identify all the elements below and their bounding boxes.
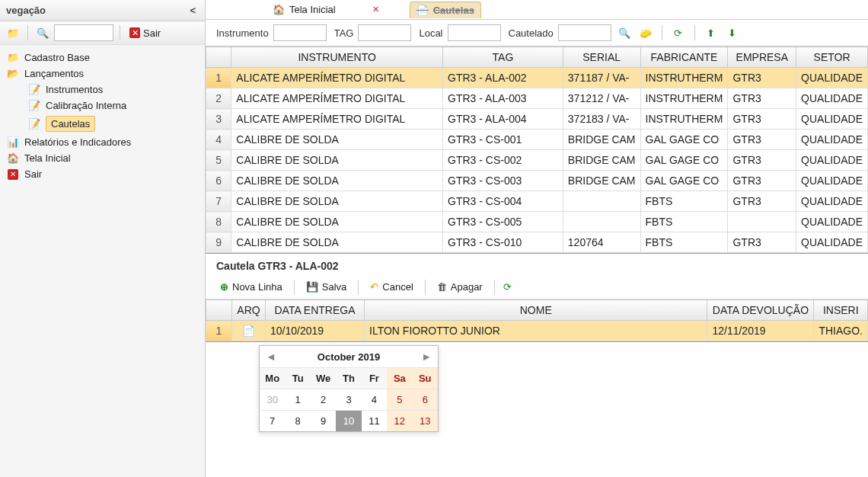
calendar-day[interactable]: 11 xyxy=(362,410,387,431)
chart-icon: 📊 xyxy=(6,136,20,148)
calendar-day[interactable]: 9 xyxy=(311,410,336,431)
col-serial[interactable]: SERIAL xyxy=(563,47,640,68)
sidebar-item-cadastro-base[interactable]: 📁 Cadastro Base xyxy=(3,50,202,66)
document-edit-icon: 📝 xyxy=(27,118,41,130)
data-devolucao-cell[interactable]: 12/11/2019 xyxy=(707,321,814,341)
detail-row[interactable]: 1 📄 10/10/2019 ILTON FIOROTTO JUNIOR 12/… xyxy=(206,321,868,341)
prev-month-button[interactable]: ◄ xyxy=(266,351,276,363)
table-row[interactable]: 7CALIBRE DE SOLDAGTR3 - CS-004FBTSGTR3QU… xyxy=(206,191,868,212)
filter-tag-label: TAG xyxy=(334,27,354,39)
calendar-day[interactable]: 2 xyxy=(311,389,336,410)
sair-button[interactable]: ✕ Sair xyxy=(126,26,164,40)
col-empresa[interactable]: EMPRESA xyxy=(728,47,796,68)
calendar-day[interactable]: 6 xyxy=(413,389,438,410)
col-data-devolucao[interactable]: DATA DEVOLUÇÃO xyxy=(707,300,814,321)
col-inseri[interactable]: INSERI xyxy=(814,300,868,321)
salva-button[interactable]: 💾Salva xyxy=(299,278,354,296)
table-row[interactable]: 1ALICATE AMPERÍMETRO DIGITALGTR3 - ALA-0… xyxy=(206,68,868,88)
calendar-dow: Fr xyxy=(362,367,387,389)
table-row[interactable]: 3ALICATE AMPERÍMETRO DIGITALGTR3 - ALA-0… xyxy=(206,109,868,130)
search-button[interactable]: 🔍 xyxy=(616,24,633,41)
folder-open-icon: 📂 xyxy=(6,68,20,79)
refresh-detail-button[interactable]: ⟳ xyxy=(499,279,516,296)
tab-tela-inicial[interactable]: 🏠 Tela Inicial xyxy=(266,2,342,18)
collapse-sidebar-button[interactable]: < xyxy=(187,5,199,16)
table-row[interactable]: 5CALIBRE DE SOLDAGTR3 - CS-002BRIDGE CAM… xyxy=(206,150,868,171)
calendar-day[interactable]: 8 xyxy=(285,410,310,431)
calendar-dow: Mo xyxy=(260,367,285,389)
calendar-dow: Sa xyxy=(387,367,412,389)
next-month-button[interactable]: ► xyxy=(421,351,432,363)
sidebar-title: vegação xyxy=(6,5,187,16)
refresh-button[interactable]: ⟳ xyxy=(670,24,687,41)
undo-icon: ↶ xyxy=(370,281,378,293)
filter-cautelado-input[interactable] xyxy=(558,24,611,41)
move-down-button[interactable]: ⬇ xyxy=(724,24,741,41)
col-data-entrega[interactable]: DATA ENTREGA xyxy=(266,300,365,321)
filter-instrumento-label: Instrumento xyxy=(216,27,269,39)
table-row[interactable]: 8CALIBRE DE SOLDAGTR3 - CS-005FBTSQUALID… xyxy=(206,212,868,232)
calendar-day[interactable]: 10 xyxy=(336,410,361,431)
calendar-dow: Th xyxy=(336,367,361,389)
col-instrumento[interactable]: INSTRUMENTO xyxy=(231,47,443,68)
nova-linha-button[interactable]: ⊕Nova Linha xyxy=(213,278,289,296)
nome-cell[interactable]: ILTON FIOROTTO JUNIOR xyxy=(365,321,707,341)
calendar-dow: Su xyxy=(413,367,438,389)
calendar-dow: We xyxy=(311,367,336,389)
col-nome[interactable]: NOME xyxy=(365,300,707,321)
folder-icon: 📁 xyxy=(6,52,20,63)
data-entrega-cell[interactable]: 10/10/2019 xyxy=(266,321,365,341)
calendar-title: October 2019 xyxy=(318,351,380,363)
col-arq[interactable]: ARQ xyxy=(232,300,266,321)
sidebar-search-input[interactable] xyxy=(54,24,113,41)
detail-title: Cautela GTR3 - ALA-002 xyxy=(206,254,868,275)
tab-cautelas[interactable]: 📄 Cautelas xyxy=(410,2,481,18)
date-picker: ◄ October 2019 ► MoTuWeThFrSaSu301234567… xyxy=(259,345,439,432)
calendar-day[interactable]: 12 xyxy=(387,410,412,431)
close-icon: ✕ xyxy=(6,169,20,180)
instruments-table: INSTRUMENTO TAG SERIAL FABRICANTE EMPRES… xyxy=(206,46,868,254)
cancel-button[interactable]: ↶Cancel xyxy=(363,278,420,296)
erase-button[interactable]: 🧽 xyxy=(637,24,654,41)
table-row[interactable]: 4CALIBRE DE SOLDAGTR3 - CS-001BRIDGE CAM… xyxy=(206,130,868,150)
filter-tag-input[interactable] xyxy=(358,24,411,41)
sidebar-item-lancamentos[interactable]: 📂 Lançamentos xyxy=(3,66,202,82)
calendar-day[interactable]: 7 xyxy=(260,410,285,431)
add-icon: ⊕ xyxy=(220,281,228,293)
filter-instrumento-input[interactable] xyxy=(273,24,327,41)
calendar-day[interactable]: 13 xyxy=(413,410,438,431)
close-tab-icon[interactable]: ✕ xyxy=(372,5,379,14)
table-row[interactable]: 2ALICATE AMPERÍMETRO DIGITALGTR3 - ALA-0… xyxy=(206,88,868,109)
calendar-day[interactable]: 5 xyxy=(387,389,412,410)
calendar-day[interactable]: 1 xyxy=(285,389,310,410)
sidebar-item-relatorios[interactable]: 📊 Relatórios e Indicadores xyxy=(3,134,202,150)
sidebar-item-calibracao-interna[interactable]: 📝 Calibração Interna xyxy=(24,98,202,114)
close-icon: ✕ xyxy=(129,27,140,38)
home-icon: 🏠 xyxy=(273,4,285,15)
col-setor[interactable]: SETOR xyxy=(796,47,868,68)
cautela-detail-table: ARQ DATA ENTREGA NOME DATA DEVOLUÇÃO INS… xyxy=(206,299,868,342)
search-icon[interactable]: 🔍 xyxy=(34,24,51,41)
apagar-button[interactable]: 🗑Apagar xyxy=(430,278,490,296)
calendar-day[interactable]: 3 xyxy=(336,389,361,410)
filter-local-input[interactable] xyxy=(448,24,501,41)
folder-icon[interactable]: 📁 xyxy=(5,24,21,41)
calendar-dow: Tu xyxy=(285,367,310,389)
sidebar-item-instrumentos[interactable]: 📝 Instrumentos xyxy=(24,82,202,98)
filter-local-label: Local xyxy=(419,27,442,39)
table-row[interactable]: 9CALIBRE DE SOLDAGTR3 - CS-010120764FBTS… xyxy=(206,232,868,253)
sidebar-item-tela-inicial[interactable]: 🏠 Tela Inicial xyxy=(3,150,202,166)
col-tag[interactable]: TAG xyxy=(443,47,563,68)
table-row[interactable]: 6CALIBRE DE SOLDAGTR3 - CS-003BRIDGE CAM… xyxy=(206,171,868,191)
save-icon: 💾 xyxy=(306,281,318,293)
sidebar-item-cautelas[interactable]: 📝 Cautelas xyxy=(24,114,202,134)
col-fabricante[interactable]: FABRICANTE xyxy=(640,47,728,68)
move-up-button[interactable]: ⬆ xyxy=(703,24,720,41)
navigation-sidebar: vegação < 📁 🔍 ✕ Sair 📁 Cadastro Base 📂 L… xyxy=(0,0,206,477)
document-edit-icon: 📝 xyxy=(27,100,41,111)
document-edit-icon: 📝 xyxy=(27,84,41,95)
sidebar-item-sair[interactable]: ✕ Sair xyxy=(3,166,202,182)
calendar-day[interactable]: 4 xyxy=(362,389,387,410)
calendar-day[interactable]: 30 xyxy=(260,389,285,410)
arq-cell[interactable]: 📄 xyxy=(232,321,266,341)
